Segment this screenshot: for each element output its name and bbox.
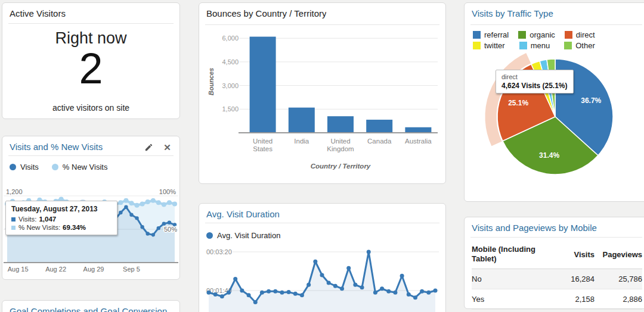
legend-swatch — [519, 42, 527, 49]
svg-text:Aug 15: Aug 15 — [8, 266, 29, 273]
legend-label: direct — [576, 30, 595, 39]
legend-swatch — [206, 232, 213, 239]
svg-text:Aug 22: Aug 22 — [45, 266, 66, 273]
tooltip-swatch — [11, 226, 16, 230]
mobile-visits-table: Mobile (Including Tablet) Visits Pagevie… — [472, 242, 642, 310]
tooltip-slice-value: 4,624 Visits (25.1%) — [501, 82, 568, 90]
svg-text:25.1%: 25.1% — [508, 99, 528, 107]
pie-chart-tooltip: direct 4,624 Visits (25.1%) — [496, 70, 574, 93]
active-visitor-count: 2 — [2, 47, 179, 90]
legend-label: referral — [484, 30, 509, 39]
card-title: Visits and Pageviews by Mobile — [472, 223, 597, 233]
tooltip-swatch — [11, 217, 16, 221]
svg-text:Sep 5: Sep 5 — [123, 266, 140, 273]
chart-legend: Avg. Visit Duration — [206, 231, 293, 240]
svg-text:31.4%: 31.4% — [539, 151, 559, 160]
tooltip-row-visits: Visits: 1,047 — [11, 216, 112, 223]
legend-label: menu — [531, 41, 550, 50]
svg-text:Bounces: Bounces — [208, 68, 215, 95]
divider — [205, 223, 439, 223]
legend-label: Avg. Visit Duration — [217, 231, 280, 240]
card-title: Avg. Visit Duration — [206, 209, 280, 219]
tooltip-slice-name: direct — [501, 73, 568, 80]
legend-item-avg-duration: Avg. Visit Duration — [206, 231, 280, 240]
cell-mobile: Yes — [472, 295, 554, 304]
pie-legend-row-1: referral organic direct — [473, 30, 595, 39]
visits-new-visits-card: Visits and % New Visits ✕ Visits % New V… — [2, 136, 180, 280]
svg-text:Aug 29: Aug 29 — [83, 266, 104, 273]
svg-text:Country / Territory: Country / Territory — [311, 163, 371, 170]
svg-text:Canada: Canada — [367, 138, 392, 145]
edit-pencil-icon[interactable] — [144, 142, 154, 152]
divider — [8, 23, 174, 24]
tooltip-row-new-visits: % New Visits: 69.34% — [11, 224, 112, 231]
cell-pageviews: 2,886 — [595, 295, 642, 304]
svg-text:1,200: 1,200 — [6, 188, 23, 195]
card-title: Goal Completions and Goal Conversion — [10, 306, 167, 312]
card-title: Bounces by Country / Territory — [206, 8, 326, 18]
traffic-type-card: 36.7%31.4%25.1% Visits by Traffic Type r… — [464, 2, 644, 202]
svg-text:00:03:20: 00:03:20 — [206, 248, 232, 255]
svg-text:100%: 100% — [159, 188, 176, 195]
mobile-table-card: Visits and Pageviews by Mobile Mobile (I… — [464, 217, 644, 309]
tooltip-date: Tuesday, August 27, 2013 — [11, 205, 112, 213]
divider — [470, 24, 642, 25]
tooltip-value: 1,047 — [39, 216, 56, 223]
svg-text:36.7%: 36.7% — [581, 96, 601, 105]
legend-swatch — [473, 42, 481, 49]
legend-swatch — [52, 164, 58, 170]
avg-visit-duration-card: Avg. Visit Duration Avg. Visit Duration … — [199, 203, 446, 312]
svg-text:India: India — [294, 138, 309, 145]
svg-text:3,000: 3,000 — [222, 82, 239, 89]
legend-item-menu: menu — [519, 41, 550, 50]
goal-completions-card: Goal Completions and Goal Conversion — [2, 300, 180, 312]
card-title: Active Visitors — [10, 8, 66, 18]
card-title: Visits and % New Visits — [10, 142, 103, 152]
legend-item-visits: Visits — [10, 163, 39, 171]
pie-legend-row-2: twitter menu Other — [473, 41, 595, 50]
bounces-bar-chart[interactable]: 1,5003,0004,5006,000UnitedStatesIndiaUni… — [205, 26, 440, 174]
legend-item-new-visits: % New Visits — [52, 163, 108, 171]
divider — [8, 155, 174, 156]
chart-legend: Visits % New Visits — [10, 163, 120, 171]
legend-swatch — [518, 31, 526, 39]
divider — [205, 24, 439, 25]
active-visitors-card: Active Visitors Right now 2 active visit… — [2, 2, 180, 119]
legend-swatch — [565, 31, 572, 39]
table-row: Yes 2,158 2,886 — [472, 289, 642, 310]
table-header-row: Mobile (Including Tablet) Visits Pagevie… — [472, 242, 642, 269]
bounces-card: Bounces by Country / Territory 1,5003,00… — [199, 2, 446, 184]
svg-text:UnitedKingdom: UnitedKingdom — [327, 138, 354, 152]
close-icon[interactable]: ✕ — [162, 142, 172, 152]
avg-duration-line-chart[interactable]: 00:03:2000:01:40 — [205, 247, 439, 312]
tooltip-label: Visits: — [18, 216, 36, 223]
svg-text:6,000: 6,000 — [222, 35, 239, 42]
cell-pageviews: 25,786 — [595, 274, 642, 283]
legend-item-direct: direct — [565, 30, 595, 39]
svg-text:1,500: 1,500 — [222, 105, 239, 113]
legend-label: organic — [530, 30, 555, 39]
active-visitors-subtitle: active visitors on site — [2, 103, 179, 113]
svg-text:UnitedStates: UnitedStates — [253, 138, 273, 152]
legend-item-referral: referral — [473, 30, 509, 39]
table-row: No 16,284 25,786 — [472, 269, 642, 289]
legend-swatch — [10, 164, 16, 170]
tooltip-label: % New Visits: — [18, 224, 60, 231]
column-header-visits: Visits — [554, 250, 595, 259]
cell-visits: 2,158 — [554, 295, 595, 304]
column-header-mobile: Mobile (Including Tablet) — [472, 245, 554, 264]
cell-visits: 16,284 — [554, 274, 595, 283]
svg-text:Australia: Australia — [405, 138, 432, 145]
legend-swatch — [473, 31, 481, 39]
legend-label: twitter — [484, 41, 505, 50]
card-title: Visits by Traffic Type — [472, 8, 553, 18]
cell-mobile: No — [472, 274, 554, 283]
legend-item-other: Other — [564, 41, 595, 50]
svg-text:50%: 50% — [164, 226, 177, 233]
visits-chart-tooltip: Tuesday, August 27, 2013 Visits: 1,047 %… — [5, 201, 117, 235]
legend-swatch — [564, 42, 572, 49]
legend-label: Other — [575, 41, 595, 50]
legend-label: Visits — [20, 163, 39, 171]
legend-item-twitter: twitter — [473, 41, 505, 50]
legend-label: % New Visits — [63, 163, 108, 171]
